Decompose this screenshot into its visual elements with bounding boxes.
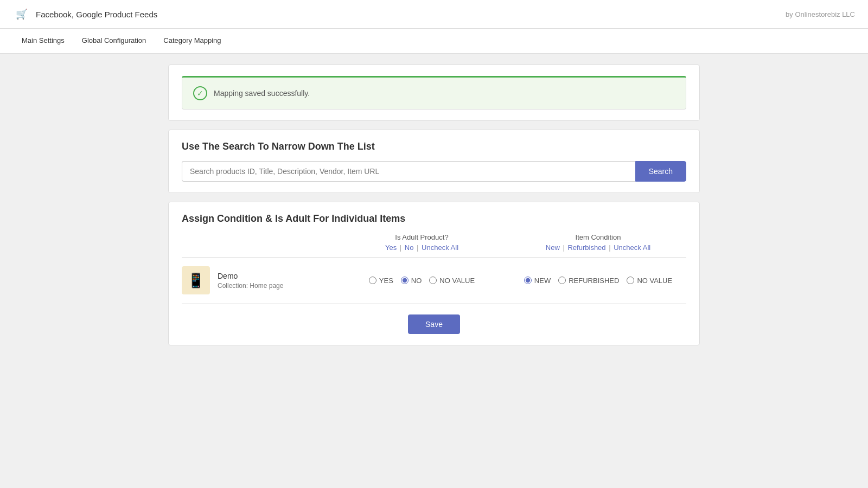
table-header: Is Adult Product? Yes | No | Uncheck All… — [182, 233, 686, 258]
condition-refurbished-option[interactable]: REFURBISHED — [558, 277, 619, 285]
adult-no-option[interactable]: NO — [401, 277, 422, 285]
nav-main-settings[interactable]: Main Settings — [13, 29, 73, 53]
search-button[interactable]: Search — [635, 161, 686, 182]
adult-yes-option[interactable]: YES — [369, 277, 393, 285]
condition-column-links: New | Refurbished | Uncheck All — [510, 243, 686, 252]
condition-new-link[interactable]: New — [546, 243, 560, 252]
adult-column-header: Is Adult Product? Yes | No | Uncheck All — [334, 233, 510, 252]
adult-no-radio[interactable] — [401, 277, 409, 284]
condition-column-header: Item Condition New | Refurbished | Unche… — [510, 233, 686, 252]
success-message: Mapping saved successfully. — [214, 89, 310, 98]
main-content: ✓ Mapping saved successfully. Use The Se… — [157, 65, 711, 345]
header-by: by Onlinestorebiz LLC — [786, 10, 855, 18]
adult-no-link[interactable]: No — [405, 243, 414, 252]
success-icon: ✓ — [193, 86, 207, 100]
search-card: Use The Search To Narrow Down The List S… — [168, 130, 700, 193]
condition-novalue-radio[interactable] — [627, 277, 634, 284]
condition-novalue-option[interactable]: NO VALUE — [627, 277, 672, 285]
assign-title: Assign Condition & Is Adult For Individu… — [182, 213, 686, 224]
nav-category-mapping[interactable]: Category Mapping — [155, 29, 229, 53]
table-row: 📱 Demo Collection: Home page YES NO — [182, 258, 686, 304]
adult-yes-radio[interactable] — [369, 277, 376, 284]
condition-refurbished-link[interactable]: Refurbished — [567, 243, 605, 252]
product-thumbnail: 📱 — [182, 266, 210, 294]
adult-novalue-radio[interactable] — [429, 277, 437, 284]
adult-radio-group: YES NO NO VALUE — [334, 277, 510, 285]
search-title: Use The Search To Narrow Down The List — [182, 141, 686, 152]
search-row: Search — [182, 161, 686, 182]
save-button[interactable]: Save — [408, 314, 460, 334]
product-collection: Collection: Home page — [218, 282, 283, 290]
condition-uncheck-all-link[interactable]: Uncheck All — [614, 243, 650, 252]
adult-uncheck-all-link[interactable]: Uncheck All — [422, 243, 458, 252]
search-input[interactable] — [182, 161, 635, 182]
condition-new-option[interactable]: NEW — [524, 277, 551, 285]
nav-global-config[interactable]: Global Configuration — [73, 29, 155, 53]
adult-column-links: Yes | No | Uncheck All — [334, 243, 510, 252]
col-empty — [182, 233, 334, 252]
header-left: 🛒 Facebook, Google Product Feeds — [13, 5, 157, 23]
condition-refurbished-radio[interactable] — [558, 277, 566, 284]
save-row: Save — [182, 314, 686, 334]
adult-yes-link[interactable]: Yes — [385, 243, 397, 252]
success-card: ✓ Mapping saved successfully. — [168, 65, 700, 121]
condition-radio-group: NEW REFURBISHED NO VALUE — [510, 277, 686, 285]
assign-card: Assign Condition & Is Adult For Individu… — [168, 202, 700, 345]
app-header: 🛒 Facebook, Google Product Feeds by Onli… — [0, 0, 868, 29]
condition-new-radio[interactable] — [524, 277, 532, 284]
product-info: 📱 Demo Collection: Home page — [182, 266, 334, 294]
app-title: Facebook, Google Product Feeds — [36, 10, 157, 19]
adult-novalue-option[interactable]: NO VALUE — [429, 277, 475, 285]
product-name: Demo — [218, 272, 283, 280]
success-banner: ✓ Mapping saved successfully. — [182, 76, 686, 110]
main-nav: Main Settings Global Configuration Categ… — [0, 29, 868, 54]
app-icon: 🛒 — [13, 5, 30, 23]
product-details: Demo Collection: Home page — [218, 272, 283, 290]
